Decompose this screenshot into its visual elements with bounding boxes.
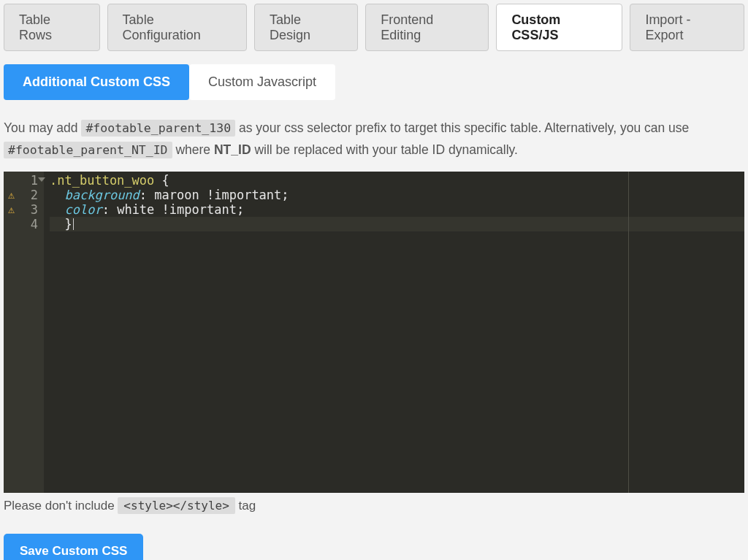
token-value: white !important; xyxy=(117,202,244,217)
sub-tab-bar: Additional Custom CSS Custom Javascript xyxy=(4,64,744,100)
token-indent xyxy=(50,217,64,231)
sub-tab-additional-css[interactable]: Additional Custom CSS xyxy=(4,64,189,100)
token-selector: .nt_button_woo xyxy=(50,173,154,188)
warning-icon[interactable]: ⚠ xyxy=(8,188,15,202)
bottom-hint: Please don't include <style></style> tag xyxy=(4,499,744,513)
code-line-active: } xyxy=(50,217,744,231)
token-indent xyxy=(50,202,64,217)
css-code-editor[interactable]: 1 ⚠ 2 ⚠ 3 4 .nt_button_woo { background:… xyxy=(4,172,744,493)
token-value: maroon !important; xyxy=(154,188,289,202)
tab-frontend-editing[interactable]: Frontend Editing xyxy=(365,4,489,51)
helper-text: You may add #footable_parent_130 as your… xyxy=(4,118,744,161)
bottom-hint-part: tag xyxy=(239,499,256,513)
tab-table-rows[interactable]: Table Rows xyxy=(4,4,100,51)
text-cursor xyxy=(73,218,74,230)
bottom-hint-part: Please don't include xyxy=(4,499,118,513)
helper-text-part: as your css selector prefix to target th… xyxy=(239,120,689,135)
helper-text-part: will be replaced with your table ID dyna… xyxy=(254,142,518,157)
helper-text-part: where xyxy=(175,142,214,157)
line-number: 1 xyxy=(31,173,38,188)
gutter-row: ⚠ 2 xyxy=(4,188,44,202)
line-number: 3 xyxy=(31,202,38,217)
tab-table-configuration[interactable]: Table Configuration xyxy=(107,4,247,51)
token-property: color xyxy=(64,202,102,217)
token-brace: } xyxy=(64,217,72,231)
gutter-row: 4 xyxy=(4,217,44,231)
helper-code-selector-dynamic: #footable_parent_NT_ID xyxy=(4,142,172,158)
tab-import-export[interactable]: Import - Export xyxy=(630,4,744,51)
bottom-hint-code: <style></style> xyxy=(118,497,235,514)
editor-gutter: 1 ⚠ 2 ⚠ 3 4 xyxy=(4,172,44,493)
token-brace: { xyxy=(154,173,169,188)
token-property: background xyxy=(64,188,139,202)
helper-code-selector-specific: #footable_parent_130 xyxy=(81,120,235,137)
warning-icon[interactable]: ⚠ xyxy=(8,202,15,217)
tab-custom-css-js[interactable]: Custom CSS/JS xyxy=(496,4,622,51)
sub-tab-custom-js[interactable]: Custom Javascript xyxy=(189,64,335,100)
tab-table-design[interactable]: Table Design xyxy=(254,4,358,51)
save-custom-css-button[interactable]: Save Custom CSS xyxy=(4,534,143,561)
line-number: 2 xyxy=(31,188,38,202)
helper-bold-ntid: NT_ID xyxy=(214,142,251,157)
code-line: color: white !important; xyxy=(50,202,744,217)
code-line: background: maroon !important; xyxy=(50,188,744,202)
code-line: .nt_button_woo { xyxy=(50,173,744,188)
token-colon: : xyxy=(102,202,117,217)
token-colon: : xyxy=(140,188,154,202)
top-tab-bar: Table Rows Table Configuration Table Des… xyxy=(4,4,744,51)
token-indent xyxy=(50,188,64,202)
gutter-row: ⚠ 3 xyxy=(4,202,44,217)
line-number: 4 xyxy=(31,217,38,231)
helper-text-part: You may add xyxy=(4,120,81,135)
editor-print-margin xyxy=(628,172,629,493)
editor-code-area[interactable]: .nt_button_woo { background: maroon !imp… xyxy=(44,172,744,493)
gutter-row: 1 xyxy=(4,173,44,188)
